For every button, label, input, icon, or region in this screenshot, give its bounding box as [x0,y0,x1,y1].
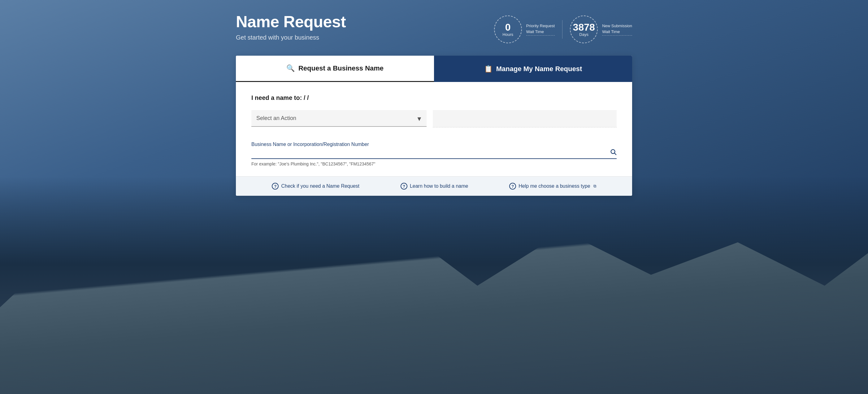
header: Name Request Get started with your busin… [236,12,632,43]
form-label: I need a name to: / / [251,94,617,101]
tab-bar: 🔍 Request a Business Name 📋 Manage My Na… [236,56,632,82]
new-submission-unit: Days [579,32,588,37]
priority-circle: 0 Hours [494,15,522,43]
new-submission-wait-time: 3878 Days New Submission Wait Time [570,15,632,43]
svg-point-0 [611,150,615,154]
card-footer: ? Check if you need a Name Request ? Lea… [236,176,632,196]
search-icon [610,149,617,155]
check-name-request-link[interactable]: ? Check if you need a Name Request [272,183,360,190]
action-select-wrapper: Select an Action ▼ [251,110,427,127]
help-help-icon: ? [509,183,516,190]
right-input-area [433,110,617,127]
search-hint: For example: "Joe's Plumbing Inc.", "BC1… [251,161,617,166]
check-link-label: Check if you need a Name Request [281,184,360,189]
wait-times-section: 0 Hours Priority Request Wait Time 3878 … [494,15,632,43]
page-title: Name Request [236,12,346,31]
tab-request-label: Request a Business Name [299,64,383,72]
search-field-container: Business Name or Incorporation/Registrat… [251,137,617,166]
business-name-search-input[interactable] [251,149,607,157]
help-link-label: Help me choose a business type [519,184,590,189]
search-section: Business Name or Incorporation/Registrat… [251,137,617,176]
priority-label: Priority Request Wait Time [526,23,555,35]
tab-manage-label: Manage My Name Request [496,65,582,73]
tab-request-business-name[interactable]: 🔍 Request a Business Name [236,56,434,82]
page-subtitle: Get started with your business [236,34,346,41]
check-help-icon: ? [272,183,279,190]
card-body: I need a name to: / / Select an Action ▼… [236,82,632,176]
search-tab-icon: 🔍 [286,64,295,72]
search-label: Business Name or Incorporation/Registrat… [251,142,617,147]
main-card: 🔍 Request a Business Name 📋 Manage My Na… [236,56,632,196]
search-button[interactable] [610,149,617,157]
learn-build-name-link[interactable]: ? Learn how to build a name [401,183,468,190]
priority-number: 0 [505,22,511,32]
wait-separator [562,20,562,39]
help-choose-business-link[interactable]: ? Help me choose a business type ⧉ [509,183,596,190]
tab-manage-name-request[interactable]: 📋 Manage My Name Request [434,56,632,82]
action-row: Select an Action ▼ [251,110,617,127]
manage-tab-icon: 📋 [484,65,493,73]
new-submission-number: 3878 [573,22,595,32]
priority-unit: Hours [502,32,513,37]
svg-line-1 [615,154,616,155]
title-section: Name Request Get started with your busin… [236,12,346,41]
external-link-icon: ⧉ [593,184,596,189]
new-submission-circle: 3878 Days [570,15,598,43]
action-select[interactable]: Select an Action [251,110,427,127]
learn-link-label: Learn how to build a name [410,184,468,189]
search-field-wrapper [251,149,617,159]
learn-help-icon: ? [401,183,407,190]
priority-wait-time: 0 Hours Priority Request Wait Time [494,15,555,43]
new-submission-label: New Submission Wait Time [602,23,632,35]
